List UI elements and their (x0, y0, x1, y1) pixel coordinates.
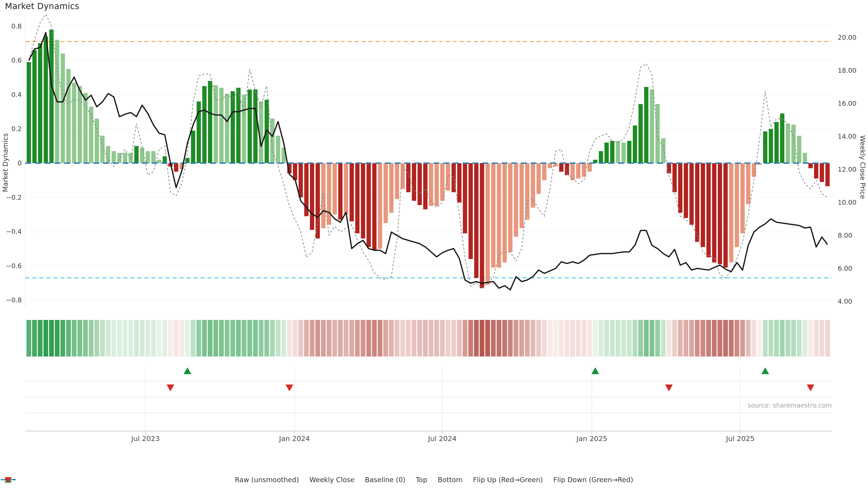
dynamics-bar (78, 86, 82, 163)
dynamics-bar (542, 163, 546, 180)
dynamics-bar (230, 91, 235, 163)
heatmap-cell (769, 320, 773, 357)
dynamics-bar (723, 163, 727, 267)
heatmap-cell (315, 320, 320, 357)
dynamics-bar (689, 163, 694, 225)
legend-swatch-triangle-down (0, 476, 16, 484)
heatmap-cell (60, 320, 65, 357)
heatmap-cell (621, 320, 626, 357)
heatmap-cell (463, 320, 467, 357)
dynamics-bar (225, 94, 229, 163)
dynamics-bar (27, 62, 31, 163)
heatmap-cell (502, 320, 507, 357)
dynamics-bar (695, 163, 700, 242)
heatmap-cell (763, 320, 768, 357)
heatmap-cell (491, 320, 496, 357)
dynamics-bar (508, 163, 513, 252)
heatmap-cell (168, 320, 173, 357)
dynamics-bar (219, 88, 223, 163)
heatmap-cell (802, 320, 807, 357)
heatmap-cell (689, 320, 694, 357)
dynamics-bar (440, 163, 444, 201)
dynamics-bar (253, 90, 257, 163)
dynamics-bar (434, 163, 439, 206)
dynamics-bar (616, 141, 620, 163)
heatmap-cell (740, 320, 745, 357)
dynamics-bar (457, 163, 462, 202)
dynamics-bar (38, 43, 42, 163)
heatmap-cell (185, 320, 190, 357)
heatmap-cell (219, 320, 224, 357)
right-tick-label: 8.00 (838, 232, 852, 239)
heatmap-cell (553, 320, 558, 357)
left-tick-label: −0.8 (6, 296, 22, 304)
heatmap-cell (378, 320, 382, 357)
dynamics-bar (378, 163, 382, 249)
dynamics-bar (315, 163, 320, 238)
dynamics-bar (157, 160, 161, 163)
heatmap-cell (55, 320, 59, 357)
dynamics-bar (780, 113, 784, 163)
left-tick-label: 0.2 (11, 125, 22, 133)
right-axis-title: Weekly Close Price (859, 135, 867, 199)
legend: Raw (unsmoothed)Weekly CloseBaseline (0)… (0, 476, 868, 484)
heatmap-cell (202, 320, 207, 357)
dynamics-bar (559, 163, 563, 172)
dynamics-bar (576, 163, 581, 178)
right-tick-label: 6.00 (838, 265, 852, 272)
dynamics-bar (417, 163, 422, 205)
legend-label: Flip Down (Green→Red) (553, 476, 633, 484)
marker-panel (25, 368, 832, 434)
left-axis-title: Market Dynamics (1, 133, 9, 192)
heatmap-cell (587, 320, 592, 357)
dynamics-bar (84, 93, 88, 163)
dynamics-bar (248, 90, 252, 163)
heatmap-cell (610, 320, 615, 357)
heatmap-cell (128, 320, 133, 357)
dynamics-bar (174, 163, 178, 172)
heatmap-cell (791, 320, 796, 357)
heatmap-cell (78, 320, 82, 357)
heatmap-cell (270, 320, 275, 357)
heatmap-cell (576, 320, 581, 357)
heatmap-cell (445, 320, 450, 357)
left-tick-label: −0.2 (6, 194, 22, 201)
dynamics-bar (729, 163, 733, 263)
heatmap-cell (366, 320, 371, 357)
heatmap-cell (412, 320, 416, 357)
heatmap-cell (26, 320, 31, 357)
dynamics-bar (644, 87, 649, 163)
heatmap-cell (797, 320, 802, 357)
legend-item: Baseline (0) (365, 476, 405, 484)
heatmap-cell (242, 320, 246, 357)
dynamics-bar (548, 163, 552, 168)
dynamics-bar (327, 163, 331, 225)
heatmap-cell (519, 320, 524, 357)
heatmap-strip (26, 320, 830, 357)
heatmap-cell (162, 320, 167, 357)
heatmap-cell (253, 320, 258, 357)
dynamics-bar (633, 125, 637, 163)
dynamics-bar (514, 163, 518, 237)
heatmap-cell (598, 320, 603, 357)
legend-item: Flip Up (Red→Green) (473, 476, 543, 484)
heatmap-cell (236, 320, 241, 357)
dynamics-bar (32, 50, 37, 163)
dynamics-bar (344, 163, 348, 215)
dynamics-bar (638, 104, 643, 163)
dynamics-bar (774, 122, 779, 163)
heatmap-cell (38, 320, 42, 357)
heatmap-cell (497, 320, 501, 357)
heatmap-cell (752, 320, 756, 357)
dynamics-bar (792, 125, 796, 163)
left-tick-label: 0.8 (11, 22, 22, 30)
dynamics-bar (814, 163, 818, 178)
heatmap-cell (349, 320, 354, 357)
dynamics-bar (661, 138, 665, 163)
heatmap-cell (327, 320, 331, 357)
dynamics-bar (706, 163, 711, 257)
right-tick-label: 4.00 (838, 297, 852, 305)
dynamics-bar (338, 163, 342, 220)
dynamics-bar (361, 163, 365, 238)
heatmap-cell (695, 320, 700, 357)
